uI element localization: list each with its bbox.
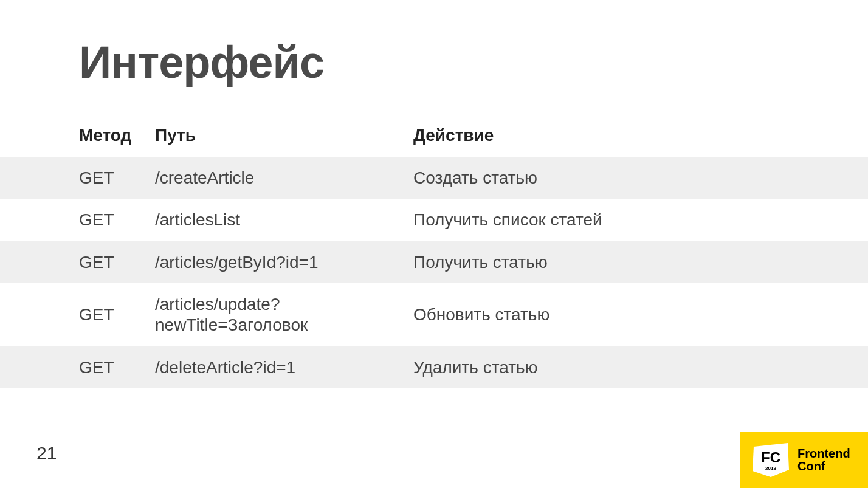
table-row: GET /deleteArticle?id=1 Удалить статью: [0, 346, 868, 389]
slide: Интерфейс Метод Путь Действие G: [0, 0, 868, 488]
table-row: GET /articles/getById?id=1 Получить стат…: [0, 241, 868, 284]
cell-path: /deleteArticle?id=1: [155, 346, 413, 389]
cell-method: GET: [79, 346, 155, 389]
badge-text: FC: [761, 449, 780, 466]
cell-action: Удалить статью: [413, 346, 868, 389]
table-row: GET /articlesList Получить список статей: [0, 199, 868, 241]
cell-path: /articles/update?newTitle=Заголовок: [155, 283, 413, 346]
cell-method: GET: [79, 241, 155, 284]
cell-path: /articles/getById?id=1: [155, 241, 413, 284]
page-number: 21: [36, 443, 57, 464]
slide-title: Интерфейс: [79, 36, 324, 88]
table-row: GET /articles/update?newTitle=Заголовок …: [0, 283, 868, 346]
cell-action: Получить статью: [413, 241, 868, 284]
api-table: Метод Путь Действие GET /createArticle С…: [0, 114, 868, 388]
cell-action: Получить список статей: [413, 199, 868, 241]
badge-year: 2018: [765, 466, 776, 471]
header-path: Путь: [155, 114, 413, 157]
table-header-row: Метод Путь Действие: [0, 114, 868, 157]
cell-action: Обновить статью: [413, 283, 868, 346]
logo-line1: Frontend: [797, 447, 850, 460]
header-action: Действие: [413, 114, 868, 157]
header-method: Метод: [79, 114, 155, 157]
cell-path: /createArticle: [155, 157, 413, 199]
lead-pad: [0, 114, 79, 157]
cell-method: GET: [79, 283, 155, 346]
fc-badge-icon: FC 2018: [751, 443, 790, 477]
logo-line2: Conf: [797, 460, 850, 473]
logo-text: Frontend Conf: [797, 447, 850, 473]
conference-logo: FC 2018 Frontend Conf: [740, 432, 868, 488]
cell-method: GET: [79, 157, 155, 199]
cell-method: GET: [79, 199, 155, 241]
cell-action: Создать статью: [413, 157, 868, 199]
table-row: GET /createArticle Создать статью: [0, 157, 868, 199]
cell-path: /articlesList: [155, 199, 413, 241]
